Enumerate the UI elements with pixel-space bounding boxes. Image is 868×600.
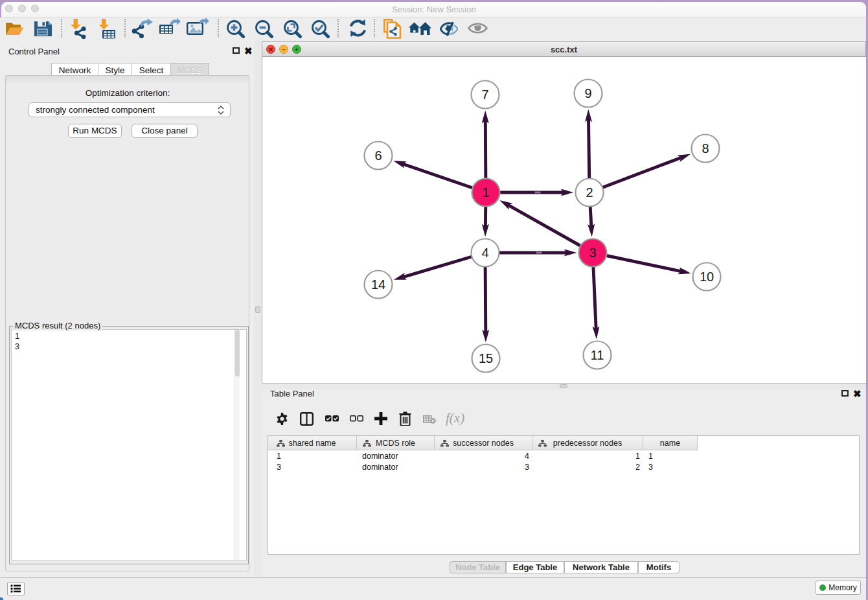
svg-text:6: 6 [374,148,382,163]
svg-text:10: 10 [700,270,714,284]
svg-text:9: 9 [584,86,591,100]
svg-text:11: 11 [591,348,604,362]
svg-text:14: 14 [371,277,385,292]
svg-text:2: 2 [586,185,593,200]
svg-text:4: 4 [481,246,488,260]
svg-text:15: 15 [479,351,493,365]
svg-text:3: 3 [589,246,596,260]
svg-text:1: 1 [482,185,489,200]
svg-text:8: 8 [702,141,709,156]
svg-text:7: 7 [481,87,488,102]
